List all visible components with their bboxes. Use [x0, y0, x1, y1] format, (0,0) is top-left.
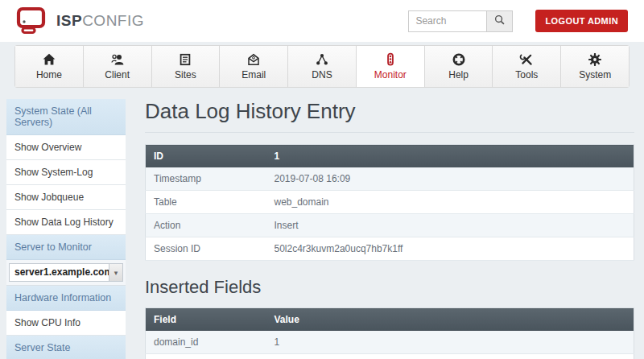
tab-email[interactable]: Email: [220, 46, 288, 87]
sidebar-item-show-system-log[interactable]: Show System-Log: [6, 160, 126, 185]
tab-home[interactable]: Home: [15, 46, 84, 87]
tab-label: Help: [425, 69, 493, 80]
sidebar-item-show-cpu-info[interactable]: Show CPU Info: [6, 311, 126, 336]
tab-label: Monitor: [357, 69, 424, 80]
fields-header-field: Field: [146, 308, 266, 332]
client-icon: [84, 52, 151, 67]
tab-label: Client: [84, 69, 151, 80]
entry-table: ID 1 Timestamp 2019-07-08 16:09 Table we…: [145, 144, 634, 261]
tab-label: Email: [220, 69, 287, 80]
tab-dns[interactable]: DNS: [288, 46, 357, 87]
tab-label: Sites: [152, 69, 220, 80]
main-panel: Data Log History Entry ID 1 Timestamp 20…: [145, 99, 636, 359]
sidebar-section-server-state: Server State: [6, 336, 126, 359]
email-icon: [220, 52, 287, 67]
table-row: domain_id 1: [146, 331, 634, 354]
table-row: Table web_domain: [146, 191, 634, 214]
gear-icon: [561, 52, 629, 67]
inserted-fields-table: Field Value domain_id 1 sys_userid 1 sys…: [145, 307, 634, 359]
tools-icon: [493, 52, 560, 67]
chevron-down-icon: ▾: [109, 264, 122, 281]
sidebar: System State (All Servers) Show Overview…: [6, 99, 126, 359]
logo-monitor-icon: [16, 6, 56, 35]
table-row: Timestamp 2019-07-08 16:09: [146, 167, 634, 191]
server-select-value: server1.example.com: [10, 264, 109, 281]
main-nav: Home Client Sites: [14, 45, 630, 88]
search-button[interactable]: [487, 10, 513, 32]
table-header-row: ID 1: [146, 145, 634, 168]
page-title: Data Log History Entry: [145, 99, 634, 133]
server-select[interactable]: server1.example.com ▾: [9, 263, 123, 282]
tab-label: Home: [15, 69, 83, 80]
sites-icon: [152, 52, 220, 67]
logout-button[interactable]: LOGOUT ADMIN: [535, 10, 628, 32]
logo-text: ISPCONFIG: [56, 12, 144, 30]
traffic-light-icon: [357, 52, 424, 67]
sidebar-section-server-to-monitor: Server to Monitor: [6, 235, 126, 260]
top-bar: ISPCONFIG LOGOUT ADMIN: [0, 0, 644, 42]
tab-label: Tools: [493, 69, 560, 80]
tab-help[interactable]: Help: [425, 46, 493, 87]
lifebuoy-icon: [425, 52, 493, 67]
tab-sites[interactable]: Sites: [152, 46, 221, 87]
ispconfig-logo[interactable]: ISPCONFIG: [16, 6, 144, 35]
entry-header-id: ID: [146, 145, 266, 168]
sidebar-section-hardware-information: Hardware Information: [6, 286, 126, 311]
table-row: sys_userid 1: [146, 354, 634, 359]
sidebar-section-system-state: System State (All Servers): [6, 99, 126, 135]
sidebar-item-show-overview[interactable]: Show Overview: [6, 135, 126, 160]
fields-header-value: Value: [266, 308, 634, 332]
table-header-row: Field Value: [146, 308, 634, 332]
tab-client[interactable]: Client: [84, 46, 152, 87]
table-row: Session ID 50l2c4r3kuvm2a0ucq7hb7k1ff: [146, 237, 634, 261]
entry-header-value: 1: [266, 145, 634, 168]
dns-icon: [288, 52, 356, 67]
tab-system[interactable]: System: [561, 46, 629, 87]
search-input[interactable]: [408, 10, 487, 32]
sidebar-item-show-data-log-history[interactable]: Show Data Log History: [6, 210, 126, 235]
section-title: Inserted Fields: [145, 277, 634, 298]
tab-monitor[interactable]: Monitor: [357, 46, 425, 87]
table-row: Action Insert: [146, 214, 634, 237]
home-icon: [15, 52, 83, 67]
magnifier-icon: [493, 14, 506, 28]
tab-tools[interactable]: Tools: [493, 46, 561, 87]
search-box: [408, 10, 513, 32]
sidebar-item-show-jobqueue[interactable]: Show Jobqueue: [6, 185, 126, 210]
tab-label: System: [561, 69, 629, 80]
tab-label: DNS: [288, 69, 356, 80]
